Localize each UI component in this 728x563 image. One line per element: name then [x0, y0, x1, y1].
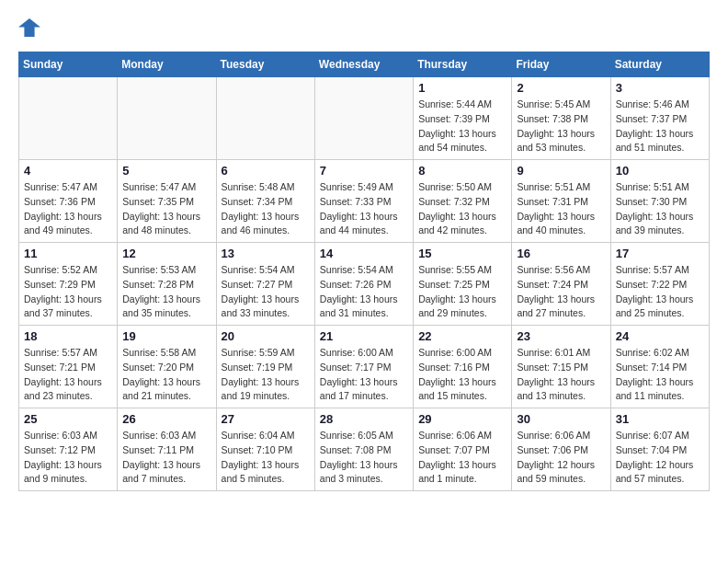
day-number: 29 [418, 412, 506, 426]
day-number: 15 [418, 247, 506, 260]
day-number: 8 [418, 164, 506, 178]
day-cell: 18Sunrise: 5:57 AM Sunset: 7:21 PM Dayli… [19, 326, 118, 408]
day-cell: 22Sunrise: 6:00 AM Sunset: 7:16 PM Dayli… [414, 326, 512, 408]
day-number: 6 [222, 164, 310, 178]
week-row-1: 1Sunrise: 5:44 AM Sunset: 7:39 PM Daylig… [19, 77, 710, 160]
day-info: Sunrise: 5:56 AM Sunset: 7:24 PM Dayligh… [517, 263, 605, 321]
day-number: 22 [418, 329, 506, 343]
day-number: 3 [616, 81, 704, 95]
calendar-table: SundayMondayTuesdayWednesdayThursdayFrid… [18, 52, 710, 491]
day-cell: 24Sunrise: 6:02 AM Sunset: 7:14 PM Dayli… [610, 326, 709, 408]
day-number: 9 [517, 164, 605, 178]
day-cell: 26Sunrise: 6:03 AM Sunset: 7:11 PM Dayli… [118, 408, 216, 491]
day-cell: 6Sunrise: 5:48 AM Sunset: 7:34 PM Daylig… [216, 160, 314, 243]
weekday-wednesday: Wednesday [314, 52, 413, 77]
day-cell: 23Sunrise: 6:01 AM Sunset: 7:15 PM Dayli… [512, 326, 610, 408]
day-number: 4 [24, 164, 112, 178]
day-info: Sunrise: 6:03 AM Sunset: 7:12 PM Dayligh… [24, 429, 112, 487]
svg-marker-0 [18, 18, 40, 37]
day-number: 7 [320, 164, 408, 178]
week-row-5: 25Sunrise: 6:03 AM Sunset: 7:12 PM Dayli… [19, 408, 710, 491]
day-info: Sunrise: 6:00 AM Sunset: 7:16 PM Dayligh… [418, 346, 506, 404]
day-cell: 10Sunrise: 5:51 AM Sunset: 7:30 PM Dayli… [610, 160, 709, 243]
day-info: Sunrise: 5:51 AM Sunset: 7:30 PM Dayligh… [616, 180, 704, 238]
day-cell: 5Sunrise: 5:47 AM Sunset: 7:35 PM Daylig… [118, 160, 216, 243]
day-info: Sunrise: 5:49 AM Sunset: 7:33 PM Dayligh… [320, 180, 408, 238]
day-info: Sunrise: 5:45 AM Sunset: 7:38 PM Dayligh… [517, 98, 605, 155]
day-number: 2 [517, 81, 605, 95]
day-info: Sunrise: 6:03 AM Sunset: 7:11 PM Dayligh… [122, 429, 210, 487]
day-info: Sunrise: 5:48 AM Sunset: 7:34 PM Dayligh… [222, 180, 310, 238]
day-cell: 1Sunrise: 5:44 AM Sunset: 7:39 PM Daylig… [414, 77, 512, 160]
logo-icon [18, 18, 40, 37]
weekday-thursday: Thursday [414, 52, 512, 77]
day-info: Sunrise: 5:54 AM Sunset: 7:26 PM Dayligh… [320, 263, 408, 321]
weekday-saturday: Saturday [610, 52, 709, 77]
day-info: Sunrise: 6:07 AM Sunset: 7:04 PM Dayligh… [616, 429, 704, 487]
day-info: Sunrise: 5:46 AM Sunset: 7:37 PM Dayligh… [616, 98, 704, 155]
day-info: Sunrise: 5:47 AM Sunset: 7:35 PM Dayligh… [122, 180, 210, 238]
day-number: 5 [122, 164, 210, 178]
weekday-friday: Friday [512, 52, 610, 77]
day-number: 11 [24, 247, 112, 260]
weekday-monday: Monday [118, 52, 216, 77]
day-info: Sunrise: 6:05 AM Sunset: 7:08 PM Dayligh… [320, 429, 408, 487]
day-info: Sunrise: 5:53 AM Sunset: 7:28 PM Dayligh… [122, 263, 210, 321]
day-info: Sunrise: 5:58 AM Sunset: 7:20 PM Dayligh… [122, 346, 210, 404]
day-cell [314, 77, 413, 160]
day-cell: 12Sunrise: 5:53 AM Sunset: 7:28 PM Dayli… [118, 243, 216, 326]
day-cell: 7Sunrise: 5:49 AM Sunset: 7:33 PM Daylig… [314, 160, 413, 243]
day-cell: 8Sunrise: 5:50 AM Sunset: 7:32 PM Daylig… [414, 160, 512, 243]
day-number: 24 [616, 329, 704, 343]
day-info: Sunrise: 6:06 AM Sunset: 7:07 PM Dayligh… [418, 429, 506, 487]
day-number: 25 [24, 412, 112, 426]
day-cell: 28Sunrise: 6:05 AM Sunset: 7:08 PM Dayli… [314, 408, 413, 491]
day-cell [118, 77, 216, 160]
day-info: Sunrise: 6:01 AM Sunset: 7:15 PM Dayligh… [517, 346, 605, 404]
day-number: 19 [122, 329, 210, 343]
day-info: Sunrise: 5:47 AM Sunset: 7:36 PM Dayligh… [24, 180, 112, 238]
day-cell: 14Sunrise: 5:54 AM Sunset: 7:26 PM Dayli… [314, 243, 413, 326]
day-cell: 27Sunrise: 6:04 AM Sunset: 7:10 PM Dayli… [216, 408, 314, 491]
day-number: 30 [517, 412, 605, 426]
day-info: Sunrise: 6:06 AM Sunset: 7:06 PM Dayligh… [517, 429, 605, 487]
day-info: Sunrise: 5:54 AM Sunset: 7:27 PM Dayligh… [222, 263, 310, 321]
day-info: Sunrise: 5:57 AM Sunset: 7:21 PM Dayligh… [24, 346, 112, 404]
week-row-4: 18Sunrise: 5:57 AM Sunset: 7:21 PM Dayli… [19, 326, 710, 408]
day-cell: 31Sunrise: 6:07 AM Sunset: 7:04 PM Dayli… [610, 408, 709, 491]
day-cell: 30Sunrise: 6:06 AM Sunset: 7:06 PM Dayli… [512, 408, 610, 491]
day-cell: 25Sunrise: 6:03 AM Sunset: 7:12 PM Dayli… [19, 408, 118, 491]
day-info: Sunrise: 5:55 AM Sunset: 7:25 PM Dayligh… [418, 263, 506, 321]
day-info: Sunrise: 5:50 AM Sunset: 7:32 PM Dayligh… [418, 180, 506, 238]
day-number: 10 [616, 164, 704, 178]
day-number: 17 [616, 247, 704, 260]
week-row-2: 4Sunrise: 5:47 AM Sunset: 7:36 PM Daylig… [19, 160, 710, 243]
day-cell: 21Sunrise: 6:00 AM Sunset: 7:17 PM Dayli… [314, 326, 413, 408]
day-info: Sunrise: 5:59 AM Sunset: 7:19 PM Dayligh… [222, 346, 310, 404]
day-number: 16 [517, 247, 605, 260]
day-cell: 20Sunrise: 5:59 AM Sunset: 7:19 PM Dayli… [216, 326, 314, 408]
day-cell: 29Sunrise: 6:06 AM Sunset: 7:07 PM Dayli… [414, 408, 512, 491]
day-number: 31 [616, 412, 704, 426]
logo [18, 18, 44, 37]
day-number: 23 [517, 329, 605, 343]
day-cell [19, 77, 118, 160]
day-cell: 17Sunrise: 5:57 AM Sunset: 7:22 PM Dayli… [610, 243, 709, 326]
day-number: 13 [222, 247, 310, 260]
day-cell: 19Sunrise: 5:58 AM Sunset: 7:20 PM Dayli… [118, 326, 216, 408]
weekday-header-row: SundayMondayTuesdayWednesdayThursdayFrid… [19, 52, 710, 77]
day-info: Sunrise: 5:44 AM Sunset: 7:39 PM Dayligh… [418, 98, 506, 155]
day-info: Sunrise: 5:52 AM Sunset: 7:29 PM Dayligh… [24, 263, 112, 321]
calendar-body: 1Sunrise: 5:44 AM Sunset: 7:39 PM Daylig… [19, 77, 710, 491]
day-info: Sunrise: 6:00 AM Sunset: 7:17 PM Dayligh… [320, 346, 408, 404]
day-number: 21 [320, 329, 408, 343]
day-info: Sunrise: 6:02 AM Sunset: 7:14 PM Dayligh… [616, 346, 704, 404]
day-number: 18 [24, 329, 112, 343]
week-row-3: 11Sunrise: 5:52 AM Sunset: 7:29 PM Dayli… [19, 243, 710, 326]
page-header [18, 18, 710, 37]
day-number: 28 [320, 412, 408, 426]
day-cell: 9Sunrise: 5:51 AM Sunset: 7:31 PM Daylig… [512, 160, 610, 243]
day-number: 1 [418, 81, 506, 95]
day-info: Sunrise: 5:57 AM Sunset: 7:22 PM Dayligh… [616, 263, 704, 321]
day-number: 14 [320, 247, 408, 260]
